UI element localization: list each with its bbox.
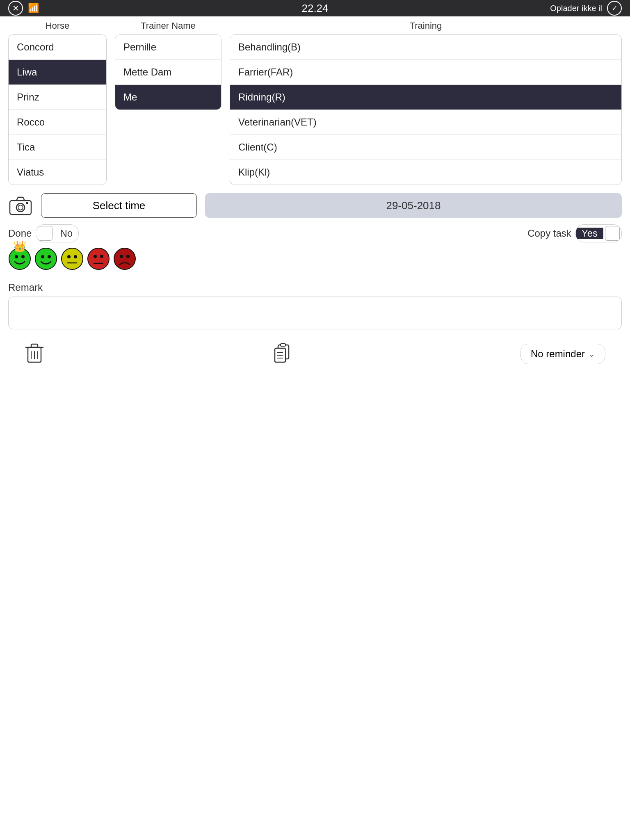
svg-point-3 <box>26 202 28 204</box>
horse-item-tica[interactable]: Tica <box>9 135 106 160</box>
svg-point-9 <box>48 255 51 258</box>
emoji-neutral[interactable] <box>61 247 84 275</box>
svg-point-8 <box>41 255 44 258</box>
svg-point-10 <box>62 248 83 269</box>
training-item-ridning[interactable]: Ridning(R) <box>230 85 621 110</box>
copy-task-toggle[interactable]: Yes <box>575 224 622 242</box>
crown-icon: 👑 <box>13 240 26 253</box>
done-toggle[interactable]: No <box>36 224 79 242</box>
column-headers: Horse Trainer Name Training <box>8 21 622 31</box>
trainer-item-mette-dam[interactable]: Mette Dam <box>115 60 221 85</box>
battery-status-text: Oplader ikke il <box>550 4 602 13</box>
emoji-row: 👑 <box>8 247 622 275</box>
main-content: Horse Trainer Name Training Concord Liwa… <box>0 16 630 374</box>
camera-icon <box>9 196 32 215</box>
emoji-good[interactable] <box>34 247 57 275</box>
trainer-item-me[interactable]: Me <box>115 85 221 110</box>
horse-item-concord[interactable]: Concord <box>9 35 106 60</box>
chevron-down-icon: ⌄ <box>588 349 595 359</box>
svg-point-20 <box>126 255 130 258</box>
emoji-excellent[interactable] <box>8 251 31 275</box>
close-button[interactable]: ✕ <box>8 1 23 16</box>
emoji-terrible-svg <box>113 247 136 270</box>
trainer-column-header: Trainer Name <box>115 21 221 31</box>
copy-docs-button[interactable] <box>271 342 294 366</box>
trainer-list: Pernille Mette Dam Me <box>115 34 221 110</box>
svg-point-12 <box>74 255 77 258</box>
training-item-client[interactable]: Client(C) <box>230 135 621 160</box>
training-item-behandling[interactable]: Behandling(B) <box>230 35 621 60</box>
svg-point-14 <box>88 248 109 269</box>
camera-button[interactable] <box>8 193 33 218</box>
yes-checkbox[interactable] <box>605 226 620 241</box>
confirm-button[interactable]: ✓ <box>607 1 622 16</box>
reminder-label: No reminder <box>531 348 585 360</box>
remark-label: Remark <box>8 282 622 293</box>
svg-point-7 <box>35 248 57 269</box>
svg-point-18 <box>114 248 135 269</box>
horse-list: Concord Liwa Prinz Rocco Tica Viatus <box>8 34 107 185</box>
delete-button[interactable] <box>25 342 44 365</box>
svg-rect-32 <box>281 344 285 346</box>
training-item-klip[interactable]: Klip(Kl) <box>230 160 621 185</box>
horse-column-header: Horse <box>8 21 107 31</box>
horse-item-liwa[interactable]: Liwa <box>9 60 106 85</box>
svg-point-6 <box>21 255 25 258</box>
yes-label: Yes <box>576 228 603 239</box>
emoji-good-svg <box>34 247 57 270</box>
select-time-button[interactable]: Select time <box>41 193 197 218</box>
training-item-farrier[interactable]: Farrier(FAR) <box>230 60 621 85</box>
bottom-section: Select time 29-05-2018 Done No Copy task… <box>8 193 622 366</box>
training-column-header: Training <box>230 21 622 31</box>
emoji-terrible[interactable] <box>113 247 136 275</box>
svg-point-2 <box>18 205 23 210</box>
status-bar: ✕ 📶 22.24 Oplader ikke il ✓ <box>0 0 630 16</box>
trainer-item-pernille[interactable]: Pernille <box>115 35 221 60</box>
emoji-bad[interactable] <box>87 247 110 275</box>
done-label: Done <box>8 228 32 239</box>
horse-item-prinz[interactable]: Prinz <box>9 85 106 110</box>
svg-point-15 <box>94 255 97 258</box>
trash-icon <box>25 342 44 364</box>
training-item-veterinarian[interactable]: Veterinarian(VET) <box>230 110 621 135</box>
done-checkbox[interactable] <box>38 226 52 241</box>
time-date-row: Select time 29-05-2018 <box>8 193 622 218</box>
emoji-bad-svg <box>87 247 110 270</box>
training-list: Behandling(B) Farrier(FAR) Ridning(R) Ve… <box>230 34 622 185</box>
svg-rect-23 <box>31 344 38 347</box>
copy-task-label: Copy task <box>527 228 571 239</box>
reminder-button[interactable]: No reminder ⌄ <box>520 344 605 364</box>
horse-item-rocco[interactable]: Rocco <box>9 110 106 135</box>
copy-docs-icon <box>271 342 294 365</box>
horse-item-viatus[interactable]: Viatus <box>9 160 106 185</box>
svg-point-19 <box>120 255 123 258</box>
status-bar-time: 22.24 <box>301 2 328 15</box>
lists-row: Concord Liwa Prinz Rocco Tica Viatus Per… <box>8 34 622 185</box>
svg-point-16 <box>100 255 103 258</box>
emoji-neutral-svg <box>61 247 84 270</box>
status-bar-right: Oplader ikke il ✓ <box>550 1 622 16</box>
bottom-toolbar: No reminder ⌄ <box>8 342 622 366</box>
copy-section: Copy task Yes <box>527 224 622 242</box>
crown-smiley-container: 👑 <box>8 247 31 275</box>
no-label: No <box>54 228 78 239</box>
svg-point-11 <box>67 255 71 258</box>
svg-point-5 <box>15 255 18 258</box>
status-bar-left: ✕ 📶 <box>8 1 39 16</box>
remark-input[interactable] <box>8 297 622 329</box>
done-copy-row: Done No Copy task Yes <box>8 224 622 242</box>
wifi-icon: 📶 <box>28 3 39 14</box>
date-display: 29-05-2018 <box>205 193 622 218</box>
